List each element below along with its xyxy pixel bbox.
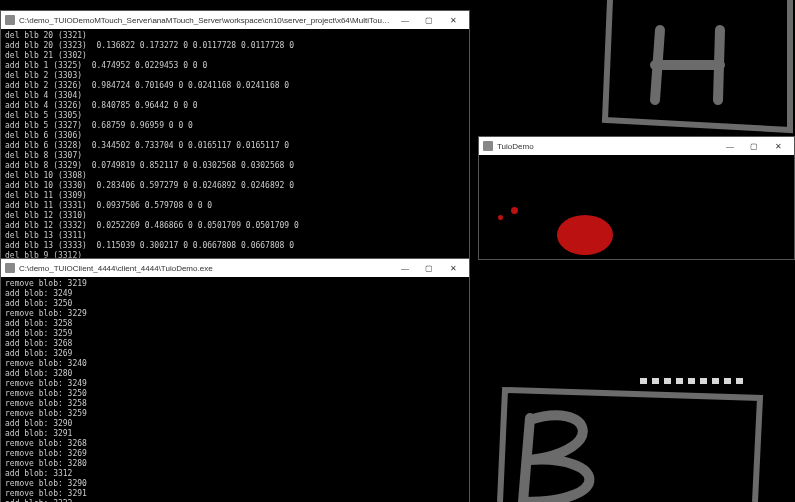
- server-console-window[interactable]: C:\demo_TUIODemoMTouch_Server\anaMTouch_…: [0, 10, 470, 262]
- server-title: C:\demo_TUIODemoMTouch_Server\anaMTouch_…: [19, 16, 393, 25]
- minimize-button[interactable]: —: [393, 11, 417, 29]
- touch-blob: [511, 207, 518, 214]
- svg-rect-1: [652, 378, 659, 384]
- tuiodemo-window[interactable]: TuioDemo — ▢ ✕: [478, 136, 795, 260]
- maximize-button[interactable]: ▢: [742, 137, 766, 155]
- client-console-output: remove blob: 3219 add blob: 3249 add blo…: [1, 277, 469, 502]
- console-icon: [5, 263, 15, 273]
- svg-rect-3: [676, 378, 683, 384]
- svg-rect-5: [700, 378, 707, 384]
- server-titlebar[interactable]: C:\demo_TUIODemoMTouch_Server\anaMTouch_…: [1, 11, 469, 29]
- client-title: C:\demo_TUIOClient_4444\client_4444\Tuio…: [19, 264, 393, 273]
- svg-rect-4: [688, 378, 695, 384]
- client-titlebar[interactable]: C:\demo_TUIOClient_4444\client_4444\Tuio…: [1, 259, 469, 277]
- maximize-button[interactable]: ▢: [417, 259, 441, 277]
- tuio-titlebar[interactable]: TuioDemo — ▢ ✕: [479, 137, 794, 155]
- touch-blob: [498, 215, 503, 220]
- svg-rect-7: [724, 378, 731, 384]
- app-icon: [483, 141, 493, 151]
- svg-rect-0: [640, 378, 647, 384]
- maximize-button[interactable]: ▢: [417, 11, 441, 29]
- svg-rect-8: [736, 378, 743, 384]
- close-button[interactable]: ✕: [441, 259, 465, 277]
- close-button[interactable]: ✕: [766, 137, 790, 155]
- svg-rect-6: [712, 378, 719, 384]
- tuio-canvas[interactable]: [479, 155, 794, 259]
- tuio-title: TuioDemo: [497, 142, 718, 151]
- minimize-button[interactable]: —: [393, 259, 417, 277]
- client-console-window[interactable]: C:\demo_TUIOClient_4444\client_4444\Tuio…: [0, 258, 470, 502]
- cursor-trail: [640, 378, 743, 384]
- touch-blob: [557, 215, 613, 255]
- minimize-button[interactable]: —: [718, 137, 742, 155]
- console-icon: [5, 15, 15, 25]
- server-console-output: del blb 20 (3321) add blb 20 (3323) 0.13…: [1, 29, 469, 261]
- close-button[interactable]: ✕: [441, 11, 465, 29]
- svg-rect-2: [664, 378, 671, 384]
